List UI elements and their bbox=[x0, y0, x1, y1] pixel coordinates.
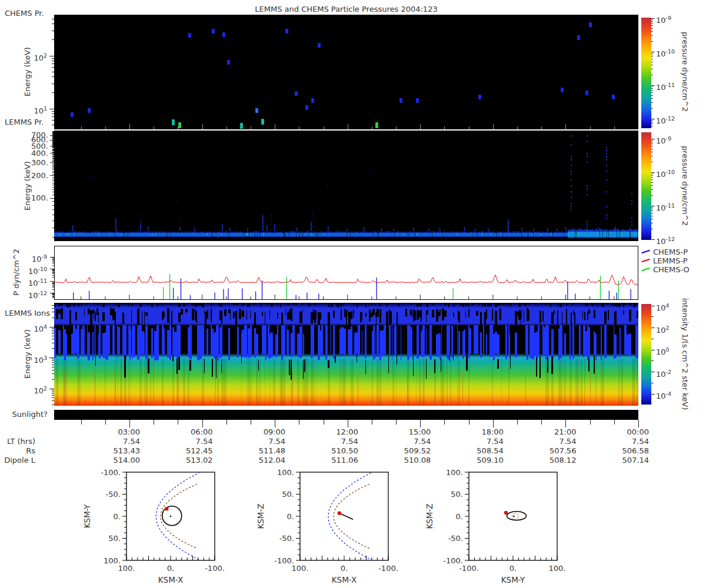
orbit-plot-ksm-z-vs-ksm-y: 100.50.0.-50.-100.-100.0.100.KSM-YKSM-Z bbox=[413, 463, 572, 588]
tick bbox=[651, 75, 653, 75]
tick bbox=[651, 339, 654, 339]
legend-label-chems-p: CHEMS-P bbox=[653, 248, 688, 256]
tick bbox=[52, 270, 55, 270]
svg-text:50.: 50. bbox=[282, 490, 294, 499]
lemms-pressure-panel-label: LEMMS Pr. bbox=[5, 118, 44, 126]
tick bbox=[52, 111, 54, 112]
tick bbox=[52, 143, 55, 144]
tick bbox=[52, 339, 54, 339]
tick bbox=[651, 152, 653, 152]
tick bbox=[52, 159, 55, 160]
tick bbox=[651, 52, 655, 52]
tick bbox=[52, 312, 54, 312]
tick bbox=[52, 125, 54, 125]
tick bbox=[52, 272, 55, 273]
time-tick bbox=[227, 420, 227, 425]
tick bbox=[651, 394, 655, 395]
svg-text:100.: 100. bbox=[277, 468, 294, 477]
legend-label-chems-o: CHEMS-O bbox=[653, 265, 690, 274]
tick bbox=[651, 316, 654, 317]
log-tick-label: 102 bbox=[656, 323, 670, 335]
tick bbox=[651, 189, 653, 190]
svg-text:KSM-X: KSM-X bbox=[332, 575, 357, 584]
ephemeris-value: 510.50 bbox=[317, 447, 358, 455]
svg-text:0.: 0. bbox=[456, 512, 463, 521]
tick bbox=[52, 270, 55, 271]
log-tick-label: 10-9 bbox=[656, 14, 671, 25]
data-point bbox=[240, 123, 243, 129]
data-point bbox=[311, 98, 314, 103]
tick bbox=[52, 141, 55, 142]
tick bbox=[52, 262, 55, 262]
svg-text:100.: 100. bbox=[446, 468, 463, 477]
tick bbox=[52, 138, 55, 139]
data-point bbox=[478, 95, 481, 99]
log-tick-label: 102 bbox=[12, 384, 47, 396]
tick bbox=[651, 102, 653, 103]
svg-text:0.: 0. bbox=[167, 564, 174, 573]
hour-tick bbox=[517, 126, 518, 129]
tick bbox=[52, 185, 55, 185]
data-point bbox=[612, 95, 615, 99]
tick bbox=[651, 59, 653, 59]
tick bbox=[52, 294, 55, 295]
tick bbox=[52, 359, 54, 359]
tick bbox=[52, 156, 55, 157]
tick bbox=[52, 390, 54, 390]
time-tick bbox=[541, 420, 542, 425]
tick bbox=[52, 142, 55, 143]
tick bbox=[52, 298, 55, 298]
tick bbox=[52, 138, 55, 138]
tick bbox=[52, 269, 55, 270]
hour-tick bbox=[590, 126, 591, 129]
svg-text:-100.: -100. bbox=[205, 564, 225, 573]
ephemeris-value: 513.43 bbox=[99, 447, 140, 455]
tick bbox=[52, 263, 55, 263]
tick bbox=[52, 277, 55, 278]
tick bbox=[651, 19, 653, 20]
tick bbox=[52, 228, 55, 228]
tick bbox=[52, 76, 54, 77]
hour-tick bbox=[81, 126, 82, 129]
data-point bbox=[375, 122, 378, 128]
ephemeris-value: 7.54 bbox=[317, 437, 358, 446]
hour-tick bbox=[565, 124, 566, 129]
pressure-line-plot bbox=[54, 246, 638, 300]
data-point bbox=[399, 98, 402, 103]
data-point bbox=[561, 88, 564, 92]
orbit-plot-ksm-z-vs-ksm-x: 100.50.0.-50.-100.100.0.-100.KSM-XKSM-Z bbox=[244, 463, 403, 588]
tick bbox=[52, 281, 55, 282]
tick bbox=[52, 141, 55, 141]
time-tick-label: 21:00 bbox=[535, 428, 576, 436]
hour-tick bbox=[396, 126, 397, 129]
tick bbox=[52, 275, 55, 276]
hour-tick bbox=[469, 126, 469, 129]
tick bbox=[52, 163, 55, 164]
tick bbox=[651, 213, 653, 213]
tick bbox=[52, 150, 55, 151]
tick bbox=[52, 205, 55, 206]
hour-tick bbox=[372, 126, 372, 129]
spacecraft-position-marker bbox=[165, 507, 168, 510]
tick bbox=[651, 122, 653, 122]
data-point bbox=[261, 119, 264, 125]
row-label-dipole-l: Dipole L bbox=[0, 456, 35, 465]
log-tick-label: 10-11 bbox=[656, 201, 675, 213]
tick bbox=[52, 405, 54, 405]
tick bbox=[52, 272, 55, 272]
tick bbox=[52, 64, 54, 64]
time-tick-label: 12:00 bbox=[317, 428, 358, 436]
tick bbox=[52, 295, 55, 295]
row-label-rs: Rs bbox=[0, 447, 35, 455]
tick bbox=[52, 348, 54, 349]
tick bbox=[52, 116, 54, 117]
figure: LEMMS and CHEMS Particle Pressures 2004:… bbox=[0, 0, 706, 588]
lemms-pressure-spectrogram bbox=[54, 131, 638, 241]
tick bbox=[52, 167, 55, 168]
time-tick bbox=[372, 420, 372, 425]
tick bbox=[52, 165, 55, 165]
figure-title: LEMMS and CHEMS Particle Pressures 2004:… bbox=[54, 5, 638, 14]
tick bbox=[651, 28, 653, 29]
time-tick bbox=[178, 420, 178, 425]
tick bbox=[651, 88, 653, 89]
